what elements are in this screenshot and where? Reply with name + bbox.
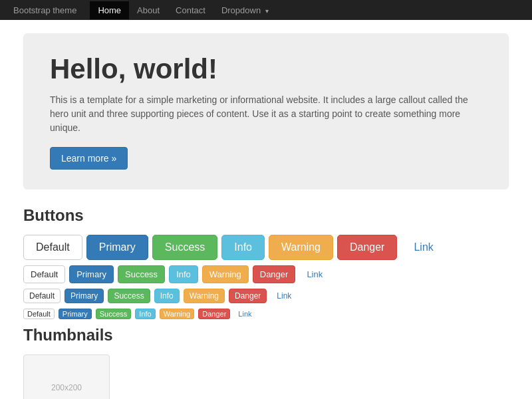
- nav-link-dropdown[interactable]: Dropdown ▾: [213, 1, 277, 19]
- btn-danger-lg[interactable]: Danger: [337, 235, 397, 260]
- jumbotron: Hello, world! This is a template for a s…: [23, 33, 509, 190]
- thumbnails-section-title: Thumbnails: [23, 326, 509, 344]
- btn-info-xs[interactable]: Info: [135, 309, 155, 319]
- navbar-brand[interactable]: Bootstrap theme: [13, 5, 76, 15]
- btn-link-lg[interactable]: Link: [401, 235, 446, 260]
- btn-primary-md[interactable]: Primary: [69, 265, 114, 283]
- btn-danger-sm[interactable]: Danger: [229, 289, 267, 303]
- btn-info-md[interactable]: Info: [169, 265, 198, 283]
- btn-success-lg[interactable]: Success: [152, 235, 217, 260]
- btn-success-md[interactable]: Success: [118, 265, 165, 283]
- nav-link-home[interactable]: Home: [90, 1, 129, 19]
- navbar: Bootstrap theme Home About Contact Dropd…: [0, 0, 532, 20]
- hero-description: This is a template for a simple marketin…: [50, 93, 482, 135]
- btn-link-xs[interactable]: Link: [234, 309, 255, 319]
- main-content: Hello, world! This is a template for a s…: [13, 20, 519, 399]
- nav-link-contact[interactable]: Contact: [168, 1, 213, 19]
- nav-item-dropdown[interactable]: Dropdown ▾: [213, 1, 277, 19]
- navbar-nav: Home About Contact Dropdown ▾: [90, 1, 276, 19]
- hero-title: Hello, world!: [50, 53, 482, 85]
- btn-warning-xs[interactable]: Warning: [160, 309, 195, 319]
- button-row-xsmall: Default Primary Success Info Warning Dan…: [23, 309, 509, 319]
- chevron-down-icon: ▾: [265, 7, 269, 15]
- button-row-small: Default Primary Success Info Warning Dan…: [23, 289, 509, 303]
- btn-success-xs[interactable]: Success: [96, 309, 132, 319]
- thumbnail-placeholder: 200x200: [23, 354, 110, 399]
- btn-default-sm[interactable]: Default: [23, 289, 61, 303]
- btn-link-md[interactable]: Link: [299, 265, 330, 283]
- btn-default-md[interactable]: Default: [23, 265, 65, 283]
- buttons-section: Buttons Default Primary Success Info War…: [23, 206, 509, 319]
- thumbnail-placeholder-label: 200x200: [51, 383, 82, 392]
- dropdown-label: Dropdown: [221, 5, 261, 15]
- btn-danger-xs[interactable]: Danger: [198, 309, 230, 319]
- btn-danger-md[interactable]: Danger: [253, 265, 296, 283]
- btn-link-sm[interactable]: Link: [271, 289, 297, 303]
- buttons-section-title: Buttons: [23, 206, 509, 225]
- thumbnails-section: Thumbnails 200x200: [23, 326, 509, 399]
- btn-warning-md[interactable]: Warning: [202, 265, 249, 283]
- btn-success-sm[interactable]: Success: [108, 289, 150, 303]
- btn-warning-sm[interactable]: Warning: [184, 289, 225, 303]
- btn-primary-lg[interactable]: Primary: [86, 235, 148, 260]
- nav-item-contact[interactable]: Contact: [168, 1, 213, 19]
- nav-item-about[interactable]: About: [129, 1, 168, 19]
- nav-item-home[interactable]: Home: [90, 1, 129, 19]
- btn-default-xs[interactable]: Default: [23, 309, 55, 319]
- btn-primary-xs[interactable]: Primary: [59, 309, 92, 319]
- btn-primary-sm[interactable]: Primary: [65, 289, 104, 303]
- button-row-large: Default Primary Success Info Warning Dan…: [23, 235, 509, 260]
- btn-info-sm[interactable]: Info: [154, 289, 180, 303]
- btn-default-lg[interactable]: Default: [23, 235, 82, 260]
- nav-link-about[interactable]: About: [129, 1, 168, 19]
- btn-warning-lg[interactable]: Warning: [269, 235, 333, 260]
- btn-info-lg[interactable]: Info: [221, 235, 265, 260]
- button-row-medium: Default Primary Success Info Warning Dan…: [23, 265, 509, 283]
- learn-more-button[interactable]: Learn more »: [50, 147, 128, 170]
